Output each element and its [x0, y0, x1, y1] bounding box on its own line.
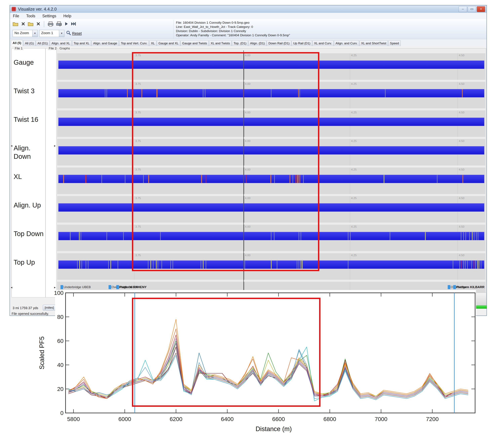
feature-platform-raheny[interactable]: Platform RAHENY	[116, 285, 147, 289]
mile-tick-label: 4.25	[350, 54, 356, 57]
scroll-left-icon[interactable]: ◄	[10, 286, 13, 289]
maximize-button[interactable]: ▭	[468, 6, 476, 12]
mile-tick-label: 4.25	[350, 111, 356, 114]
mile-tick-label: 4.25	[350, 254, 356, 257]
minimize-button[interactable]: –	[459, 6, 467, 12]
step-forward-icon[interactable]	[71, 21, 76, 27]
row-label-twist-3: Twist 3	[14, 87, 56, 95]
mile-tick-label: 4.50	[458, 196, 464, 200]
reset-button[interactable]: Reset	[66, 30, 82, 37]
tab-gauge-and-twists[interactable]: Gauge and Twists	[181, 40, 209, 46]
scroll-right-icon[interactable]: ►	[54, 144, 56, 147]
menu-bar: FileToolsSettingsHelp	[10, 13, 487, 19]
title-bar[interactable]: Visualize ver. 4.4.2.0	[10, 5, 487, 13]
y-tick-label: 80	[57, 314, 63, 320]
print-icon[interactable]	[48, 21, 54, 27]
exceedance-stripe	[348, 261, 348, 269]
exceedance-stripe	[79, 261, 80, 269]
exceedance-stripe	[466, 232, 466, 240]
mile-tick-label: 4.50	[458, 225, 464, 229]
file-info-operator: Operator: Andy Farrelly - Comment: "1604…	[176, 33, 333, 37]
x-tick-label: 6800	[323, 416, 336, 422]
close-button[interactable]: ×	[477, 6, 485, 12]
feature-platform-kilbarr[interactable]: Platform KILBARR	[453, 285, 484, 289]
file-info-panel: File: 160404 Division 1 Connolly Down 0-…	[173, 20, 333, 39]
tab-all-d1[interactable]: All (D1)	[36, 40, 49, 46]
tab-align-d1[interactable]: Align. (D1)	[248, 40, 266, 46]
zoom-level-select[interactable]: Zoom 1 ▼	[39, 30, 64, 37]
scroll-left-icon[interactable]: ◄	[10, 144, 13, 147]
exceedance-stripe	[88, 261, 88, 269]
x-tick-label: 5800	[67, 416, 80, 422]
exceedance-stripe	[108, 261, 109, 269]
magnifier-icon	[66, 30, 71, 37]
play-icon[interactable]	[64, 21, 68, 27]
zoom-mode-select[interactable]: No Zoom ▼	[12, 30, 38, 37]
tab-xl-and-curv[interactable]: XL and Curv.	[312, 40, 334, 46]
row-label-top-up: Top Up	[14, 258, 56, 267]
exceedance-stripe	[111, 261, 111, 269]
tab-xl-and-shorttwist[interactable]: XL and ShortTwist	[359, 40, 388, 46]
exceedance-stripe	[471, 261, 472, 269]
x-tick-label: 6200	[170, 416, 182, 422]
mile-tick-label: 4.50	[458, 82, 464, 86]
close-file2-icon[interactable]	[36, 21, 40, 27]
tab-top-and-xl[interactable]: Top and XL	[72, 40, 91, 46]
tab-align-and-curv[interactable]: Align. and Curv.	[334, 40, 359, 46]
file-info-division: Division: Dublin - Subdivision: Division…	[176, 29, 333, 33]
tab-top-and-vert-curv[interactable]: Top and Vert. Curv.	[119, 40, 149, 46]
tab-all-5[interactable]: All (5)	[11, 40, 23, 46]
exceedance-stripe	[425, 232, 426, 240]
open-file-icon[interactable]	[12, 21, 19, 27]
mile-tick-label: 4.50	[458, 139, 464, 143]
exceedance-stripe	[475, 261, 476, 269]
tab-xl[interactable]: XL	[149, 40, 157, 46]
exceedance-stripe	[107, 232, 107, 240]
open-file2-icon[interactable]	[28, 21, 34, 27]
scroll-right-icon[interactable]: ►	[54, 286, 56, 289]
file1-label: File 1	[14, 47, 24, 50]
tab-gauge-and-xl[interactable]: Gauge and XL	[157, 40, 180, 46]
tab-up-rail-d1[interactable]: Up Rail (D1)	[292, 40, 312, 46]
menu-tools[interactable]: Tools	[26, 14, 35, 18]
tab-align-and-gauge[interactable]: Align. and Gauge	[91, 40, 119, 46]
exceedance-stripe	[461, 261, 462, 269]
feature-marker-icon	[109, 285, 111, 289]
exceedance-stripe	[86, 261, 86, 269]
chevron-down-icon[interactable]: ▼	[32, 30, 37, 37]
tab-xl-and-twists[interactable]: XL and Twists	[209, 40, 232, 46]
tab-down-rail-d1[interactable]: Down Rail (D1)	[267, 40, 291, 46]
annotation-box-bottom	[132, 298, 320, 407]
exceedance-stripe	[463, 175, 463, 183]
mile-tick-label: 4.25	[350, 82, 356, 86]
zoom-mode-value: No Zoom	[13, 30, 32, 37]
tab-align-and-xl[interactable]: Align. and XL	[50, 40, 72, 46]
tab-top-d1[interactable]: Top. (D1)	[232, 40, 248, 46]
feature-underbridge-ubeb[interactable]: Underbridge UBEB	[61, 285, 91, 289]
feature-marker-icon	[448, 285, 450, 289]
print-preview-icon[interactable]	[56, 21, 62, 27]
menu-help[interactable]: Help	[63, 14, 71, 18]
y-tick-label: 40	[57, 362, 63, 368]
exceedance-stripe	[385, 89, 385, 97]
exceedance-stripe	[463, 261, 464, 269]
y-tick-label: 0	[60, 410, 63, 416]
exceedance-stripe	[463, 232, 464, 240]
menu-settings[interactable]: Settings	[42, 14, 56, 18]
tab-all-g[interactable]: All (G)	[23, 40, 35, 46]
app-icon	[12, 7, 16, 11]
y-axis-label: Scaled PF5	[38, 336, 45, 369]
tab-speed[interactable]: Speed	[388, 40, 401, 46]
exceedance-stripe	[348, 232, 348, 240]
exceedance-stripe	[79, 232, 80, 240]
exceedance-stripe	[477, 261, 478, 269]
menu-file[interactable]: File	[13, 14, 19, 18]
y-tick-label: 20	[57, 386, 63, 392]
exceedance-stripe	[70, 232, 71, 240]
close-file-icon[interactable]	[21, 21, 25, 27]
exceedance-stripe	[465, 261, 466, 269]
x-tick-label: 6000	[118, 416, 131, 422]
exceedance-stripe	[384, 175, 384, 183]
chevron-down-icon[interactable]: ▼	[59, 30, 64, 37]
exceedance-stripe	[474, 261, 474, 269]
